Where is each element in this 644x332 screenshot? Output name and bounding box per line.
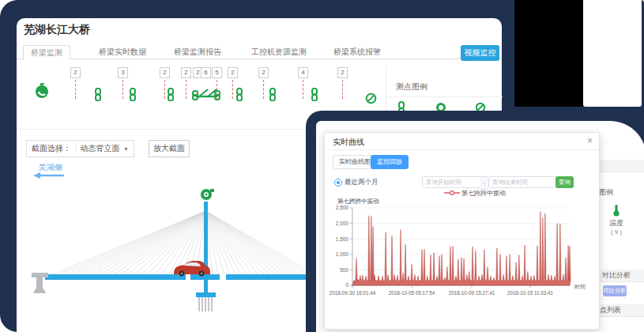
link-icon[interactable] xyxy=(167,88,175,104)
bridge-foundation xyxy=(199,297,212,311)
section-select-label: 截面选择： xyxy=(27,143,77,154)
sensor-count-badge: 2 xyxy=(258,67,269,78)
video-monitor-button[interactable]: 视频监控 xyxy=(461,45,499,61)
blank-card xyxy=(583,0,642,107)
sensor-dash-line xyxy=(342,80,343,99)
svg-text:500: 500 xyxy=(340,267,348,273)
sensor-count-badge: 3 xyxy=(118,67,128,78)
bridge-deck-mid xyxy=(190,274,220,280)
bridge-cables xyxy=(53,211,315,274)
range-separator: - xyxy=(480,176,488,190)
sensor-count-badge: 2 xyxy=(160,67,170,78)
last-two-months-label: 最近两个月 xyxy=(345,178,378,187)
link-icon[interactable] xyxy=(129,88,137,104)
svg-text:0: 0 xyxy=(345,282,348,288)
black-media-region xyxy=(514,0,583,107)
tab-3[interactable]: 桥梁监测报告 xyxy=(174,47,221,58)
ban-icon[interactable] xyxy=(365,92,377,108)
thermometer-icon xyxy=(612,204,620,217)
link-icon[interactable] xyxy=(269,88,277,104)
sensor-count-badge: 4 xyxy=(298,67,308,78)
sensor-count-badge: 5 xyxy=(212,67,222,78)
svg-text:2018-10-15 11:03:41: 2018-10-15 11:03:41 xyxy=(507,290,554,296)
svg-text:2,500: 2,500 xyxy=(336,205,349,210)
tab-2[interactable]: 桥梁实时数据 xyxy=(99,47,146,58)
svg-text:2018-10-05 05:17:54: 2018-10-05 05:17:54 xyxy=(389,290,435,296)
bridge-pier xyxy=(204,280,208,292)
svg-text:2018-09-30 16:01:44: 2018-09-30 16:01:44 xyxy=(330,290,376,296)
query-button[interactable]: 查询 xyxy=(555,176,574,188)
page-title: 芜湖长江大桥 xyxy=(24,23,90,37)
svg-text:时间: 时间 xyxy=(574,284,586,290)
section-select-value[interactable]: 动态背立面 xyxy=(77,143,123,154)
bridge-abutment xyxy=(32,273,48,293)
compare-analysis-button[interactable]: 对比分析 xyxy=(603,285,627,296)
sensor-dash-line xyxy=(232,80,233,99)
zoom-section-button[interactable]: 放大截面 xyxy=(149,140,190,157)
svg-text:2,000: 2,000 xyxy=(336,221,349,226)
chevron-down-icon: ▼ xyxy=(123,146,134,152)
composite-screenshot: 芜湖长江大桥 桥梁监测桥梁实时数据桥梁监测报告工控机资源监测桥梁系统报警 视频监… xyxy=(0,0,644,332)
sensor-count-badge: 2 xyxy=(181,67,191,78)
sensor-dash-line xyxy=(75,80,76,99)
sensor-count-badge: 2 xyxy=(70,67,81,78)
sensor-dash-line xyxy=(164,80,165,99)
temperature-item[interactable]: 温度 ( 9 ) xyxy=(601,204,632,236)
legend-panel-title: 测点图例 xyxy=(396,81,427,92)
popup-window-screen: 测点图例 温度 ( 9 ) 对比分析 对比分析 测点列表 实时曲线 × 实时曲线… xyxy=(316,121,644,332)
vibration-chart[interactable]: 05001,0001,5002,0002,5002018-09-30 16:01… xyxy=(327,204,596,308)
section-select-control[interactable]: 截面选择： 动态背立面 ▼ xyxy=(26,140,134,157)
legend-label: 第七跨跨中振动 xyxy=(461,190,506,197)
query-start-input[interactable] xyxy=(422,176,482,188)
chart-legend[interactable]: 第七跨跨中振动 xyxy=(412,189,538,198)
svg-text:1,000: 1,000 xyxy=(336,251,349,257)
sensor-dash-line xyxy=(303,80,303,99)
sensor-count-badge: 6 xyxy=(201,67,211,78)
sensor-dash-line xyxy=(122,80,123,99)
temperature-label: 温度 xyxy=(601,218,632,228)
svg-text:2018-10-09 15:27:41: 2018-10-09 15:27:41 xyxy=(449,290,495,296)
popup-window-frame: 测点图例 温度 ( 9 ) 对比分析 对比分析 测点列表 实时曲线 × 实时曲线… xyxy=(306,111,644,332)
tab-1[interactable]: 桥梁监测 xyxy=(23,45,70,60)
sensor-dash-line xyxy=(186,80,186,99)
query-end-input[interactable] xyxy=(488,176,557,188)
sensor-count-badge: 2 xyxy=(337,67,348,78)
measure-point-legend-panel: 测点图例 xyxy=(386,66,503,111)
link-icon[interactable] xyxy=(311,88,318,104)
bridge-deck-left xyxy=(45,274,186,280)
tab-5[interactable]: 桥梁系统报警 xyxy=(333,47,381,58)
link-icon[interactable] xyxy=(235,88,243,104)
sensor-count-badge: 2 xyxy=(228,67,238,78)
bridge-pier-cap xyxy=(196,292,216,297)
legend-marker-icon xyxy=(444,190,460,196)
realtime-curve-dialog: 实时曲线 × 实时曲线图监控回放 最近两个月 - 查询 第七跨跨中振动 xyxy=(324,132,600,330)
gauge-icon[interactable] xyxy=(34,83,50,102)
cluster-icon[interactable] xyxy=(192,88,220,104)
temperature-count: ( 9 ) xyxy=(601,228,632,236)
sensor-dash-line xyxy=(263,80,264,99)
camera-icon[interactable] xyxy=(201,189,214,200)
dialog-header: 实时曲线 × xyxy=(325,133,599,150)
close-icon[interactable]: × xyxy=(587,135,593,146)
last-two-months-radio[interactable] xyxy=(334,179,342,187)
tab-4[interactable]: 工控机资源监测 xyxy=(251,47,307,58)
svg-text:1,500: 1,500 xyxy=(336,236,349,242)
legend-panel-divider xyxy=(386,96,503,97)
tabbar-divider xyxy=(17,58,502,59)
dialog-title: 实时曲线 xyxy=(333,137,364,148)
link-icon[interactable] xyxy=(94,88,102,104)
dialog-tab-2[interactable]: 监控回放 xyxy=(371,155,409,169)
